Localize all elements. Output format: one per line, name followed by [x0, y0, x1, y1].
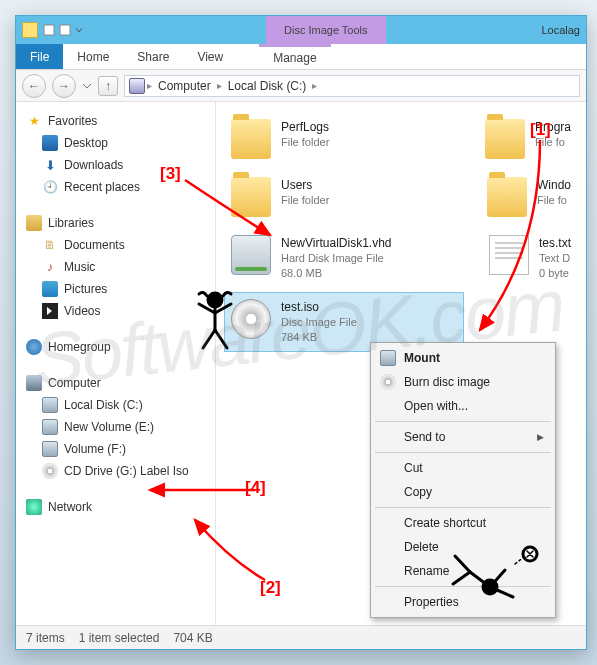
address-bar: ← → ↑ ▸ Computer ▸ Local Disk (C:) ▸: [16, 70, 586, 102]
cd-icon: [42, 463, 58, 479]
nav-pictures[interactable]: Pictures: [20, 278, 211, 300]
ribbon-tabs: File Home Share View Manage: [16, 44, 586, 70]
file-item-vhd[interactable]: NewVirtualDisk1.vhdHard Disk Image File6…: [224, 228, 452, 288]
menu-separator: [375, 586, 551, 587]
nav-group-computer[interactable]: Computer: [20, 372, 211, 394]
folder-icon: [231, 119, 271, 159]
disk-image-icon: [231, 235, 271, 275]
picture-icon: [42, 281, 58, 297]
menu-burn[interactable]: Burn disc image: [374, 370, 552, 394]
menu-delete[interactable]: Delete: [374, 535, 552, 559]
star-icon: [26, 113, 42, 129]
nav-history-chevron-icon[interactable]: [82, 81, 92, 91]
nav-label: Favorites: [48, 114, 97, 128]
tab-file[interactable]: File: [16, 44, 63, 69]
nav-group-libraries[interactable]: Libraries: [20, 212, 211, 234]
qat-area[interactable]: [42, 22, 82, 38]
breadcrumb[interactable]: ▸ Computer ▸ Local Disk (C:) ▸: [124, 75, 580, 97]
menu-properties[interactable]: Properties: [374, 590, 552, 614]
video-icon: [42, 303, 58, 319]
breadcrumb-computer[interactable]: Computer: [154, 79, 215, 93]
disk-icon: [42, 397, 58, 413]
nav-videos[interactable]: Videos: [20, 300, 211, 322]
menu-separator: [375, 452, 551, 453]
tab-home[interactable]: Home: [63, 44, 123, 69]
menu-rename[interactable]: Rename: [374, 559, 552, 583]
title-bar[interactable]: Disc Image Tools Localag: [16, 16, 586, 44]
nav-local-disk-c[interactable]: Local Disk (C:): [20, 394, 211, 416]
chevron-icon[interactable]: ▸: [217, 80, 222, 91]
nav-desktop[interactable]: Desktop: [20, 132, 211, 154]
music-icon: [42, 259, 58, 275]
submenu-arrow-icon: ▶: [537, 432, 544, 442]
nav-volume-f[interactable]: Volume (F:): [20, 438, 211, 460]
menu-mount[interactable]: Mount: [374, 346, 552, 370]
svg-rect-1: [60, 25, 70, 35]
nav-music[interactable]: Music: [20, 256, 211, 278]
tab-manage[interactable]: Manage: [259, 44, 330, 69]
nav-new-volume-e[interactable]: New Volume (E:): [20, 416, 211, 438]
menu-open-with[interactable]: Open with...: [374, 394, 552, 418]
nav-forward-button[interactable]: →: [52, 74, 76, 98]
menu-create-shortcut[interactable]: Create shortcut: [374, 511, 552, 535]
file-item-testtxt[interactable]: tes.txtText D0 byte: [482, 228, 578, 288]
nav-group-homegroup[interactable]: Homegroup: [20, 336, 211, 358]
window-title: Localag: [541, 24, 580, 36]
status-bar: 7 items 1 item selected 704 KB: [16, 625, 586, 649]
homegroup-icon: [26, 339, 42, 355]
download-icon: [42, 157, 58, 173]
nav-cd-drive-g[interactable]: CD Drive (G:) Label Iso: [20, 460, 211, 482]
disk-icon: [42, 441, 58, 457]
menu-copy[interactable]: Copy: [374, 480, 552, 504]
contextual-tab-label: Disc Image Tools: [266, 16, 386, 44]
disk-icon: [42, 419, 58, 435]
nav-up-button[interactable]: ↑: [98, 76, 118, 96]
chevron-icon[interactable]: ▸: [147, 80, 152, 91]
context-menu: Mount Burn disc image Open with... Send …: [370, 342, 556, 618]
svg-rect-0: [44, 25, 54, 35]
burn-icon: [380, 374, 396, 390]
network-icon: [26, 499, 42, 515]
menu-separator: [375, 421, 551, 422]
folder-icon: [485, 119, 525, 159]
status-count: 7 items: [26, 631, 65, 645]
nav-group-favorites[interactable]: Favorites: [20, 110, 211, 132]
file-item-users[interactable]: UsersFile folder: [224, 170, 450, 224]
nav-documents[interactable]: Documents: [20, 234, 211, 256]
disc-image-icon: [231, 299, 271, 339]
tab-share[interactable]: Share: [123, 44, 183, 69]
breadcrumb-local-disk[interactable]: Local Disk (C:): [224, 79, 311, 93]
file-item-windows[interactable]: WindoFile fo: [480, 170, 578, 224]
breadcrumb-root-icon: [129, 78, 145, 94]
menu-cut[interactable]: Cut: [374, 456, 552, 480]
status-size: 704 KB: [173, 631, 212, 645]
nav-back-button[interactable]: ←: [22, 74, 46, 98]
tab-view[interactable]: View: [183, 44, 237, 69]
folder-icon: [231, 177, 271, 217]
menu-separator: [375, 507, 551, 508]
mount-icon: [380, 350, 396, 366]
nav-downloads[interactable]: Downloads: [20, 154, 211, 176]
folder-icon: [487, 177, 527, 217]
library-icon: [26, 215, 42, 231]
file-item-perflogs[interactable]: PerfLogsFile folder: [224, 112, 448, 166]
file-item-program[interactable]: PrograFile fo: [478, 112, 578, 166]
desktop-icon: [42, 135, 58, 151]
status-selection: 1 item selected: [79, 631, 160, 645]
chevron-icon[interactable]: ▸: [312, 80, 317, 91]
nav-recent[interactable]: Recent places: [20, 176, 211, 198]
navigation-pane[interactable]: Favorites Desktop Downloads Recent place…: [16, 102, 216, 625]
clock-icon: [42, 179, 58, 195]
menu-send-to[interactable]: Send to▶: [374, 425, 552, 449]
computer-icon: [26, 375, 42, 391]
document-icon: [42, 237, 58, 253]
nav-group-network[interactable]: Network: [20, 496, 211, 518]
app-icon: [22, 22, 38, 38]
text-file-icon: [489, 235, 529, 275]
